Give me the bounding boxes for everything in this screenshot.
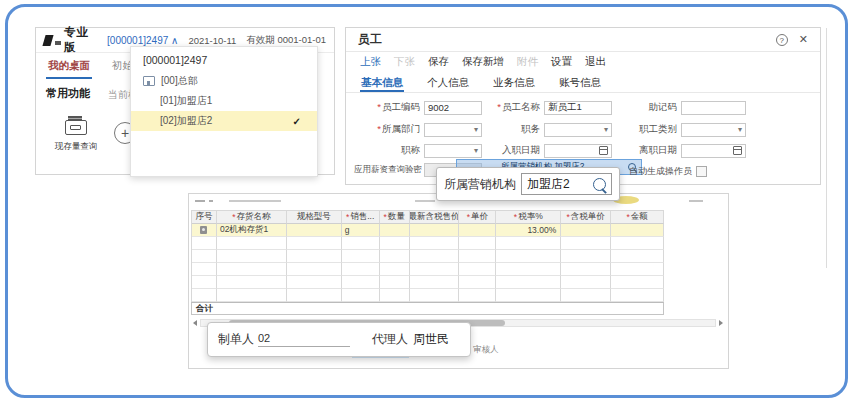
org-item-label: [01]加盟店1 <box>160 94 212 108</box>
next-record-button: 下张 <box>394 55 415 69</box>
toolbar-fragment <box>229 200 281 202</box>
login-date: 2021-10-11 <box>188 35 236 46</box>
employee-toolbar: 上张 下张 保存 保存新增 附件 设置 退出 <box>360 55 606 69</box>
table-row[interactable] <box>191 276 664 289</box>
col-latest-price: 最新含税售价 <box>410 210 460 224</box>
emp-name-input[interactable]: 新员工1 <box>544 101 612 115</box>
cell-tax-rate: 13.00% <box>496 224 561 237</box>
org-item-store1[interactable]: [01]加盟店1 <box>131 91 317 111</box>
hire-date-input[interactable] <box>544 144 612 158</box>
auto-operator-checkbox[interactable] <box>696 166 707 177</box>
org-item-label: [02]加盟店2 <box>160 114 212 128</box>
stock-query-shortcut[interactable]: 现存量查询 <box>48 114 104 153</box>
org-item-store2[interactable]: [02]加盟店2 ✓ <box>131 111 317 131</box>
auto-operator-field: 自动生成操作员 <box>629 165 707 178</box>
org-dropdown-header: [000001]2497 <box>131 47 317 71</box>
marketing-org-label: 所属营销机构 <box>444 176 516 193</box>
check-icon: ✓ <box>293 116 301 127</box>
cell-sales: g <box>342 224 380 237</box>
category-select[interactable]: ▾ <box>681 123 746 137</box>
tab-business-info[interactable]: 业务信息 <box>492 74 536 92</box>
help-icon[interactable]: ? <box>776 34 788 46</box>
attachment-button: 附件 <box>517 55 538 69</box>
org-item-headquarters[interactable]: [00]总部 <box>131 71 317 91</box>
table-row[interactable] <box>191 263 664 276</box>
save-new-button[interactable]: 保存新增 <box>462 55 504 69</box>
leave-date-input[interactable] <box>681 144 746 158</box>
row-marker-icon <box>200 226 207 234</box>
stock-query-label: 现存量查询 <box>48 141 104 153</box>
logo-dots-icon <box>55 41 61 45</box>
auditor-field: 审核人 <box>473 344 499 356</box>
chevron-down-icon: ▾ <box>738 126 742 134</box>
toolbar-fragment <box>689 200 703 202</box>
search-icon[interactable] <box>593 178 606 191</box>
col-inventory-name: *存货名称 <box>217 210 287 224</box>
background-window-edge <box>826 28 827 268</box>
creator-label: 制单人 <box>218 331 254 348</box>
emp-name-label: *员工名称 <box>474 101 544 114</box>
employee-titlebar: 员工 ? ✕ <box>346 28 820 52</box>
duty-select[interactable]: ▾ <box>544 123 612 137</box>
job-title-label: 职称 <box>354 144 424 157</box>
category-label: 职工类别 <box>611 123 681 136</box>
table-row[interactable] <box>191 237 664 250</box>
col-unit-price: *单价 <box>459 210 496 224</box>
creator-zoom-popup: 制单人 02 代理人 周世民 <box>207 322 471 357</box>
agent-value: 周世民 <box>413 331 449 348</box>
building-icon <box>143 76 155 86</box>
calendar-icon <box>599 146 608 155</box>
window-title: 员工 <box>358 31 382 48</box>
logo-mark-icon <box>42 35 53 46</box>
marketing-org-zoom-popup: 所属营销机构 加盟店2 <box>436 167 620 201</box>
logo-edition-label: 专业版 <box>64 25 97 55</box>
account-number: [000001]2497 <box>107 35 168 46</box>
employee-tabbar: 基本信息 个人信息 业务信息 账号信息 <box>346 74 820 93</box>
org-dropdown-panel: [000001]2497 [00]总部 [01]加盟店1 [02]加盟店2 ✓ <box>130 46 318 177</box>
duty-label: 职务 <box>474 123 544 136</box>
save-button[interactable]: 保存 <box>428 55 449 69</box>
toolbar-fragment <box>415 200 435 202</box>
col-quantity: *数量 <box>380 210 410 224</box>
cell-inventory-name: 02机构存货1 <box>217 224 287 237</box>
stock-drawer-icon <box>65 120 87 135</box>
chevron-down-icon: ▾ <box>604 126 608 134</box>
hire-date-label: 入职日期 <box>474 144 544 157</box>
department-label: *所属部门 <box>354 123 424 136</box>
employee-window: 员工 ? ✕ 上张 下张 保存 保存新增 附件 设置 退出 基本信息 个人信息 … <box>345 27 821 185</box>
calendar-icon <box>733 146 742 155</box>
settings-button[interactable]: 设置 <box>551 55 572 69</box>
tab-personal-info[interactable]: 个人信息 <box>426 74 470 92</box>
caret-up-icon: ∧ <box>171 35 178 46</box>
scroll-right-icon[interactable] <box>719 320 723 326</box>
items-grid: 序号 *存货名称 规格型号 *销售... *数量 最新含税售价 *单价 *税率%… <box>191 210 664 315</box>
close-icon[interactable]: ✕ <box>799 33 808 46</box>
table-row[interactable]: 02机构存货1 g 13.00% <box>191 224 664 237</box>
agent-label: 代理人 <box>372 331 408 348</box>
total-label: 合计 <box>196 303 213 315</box>
marketing-org-input[interactable]: 加盟店2 <box>521 173 612 195</box>
leave-date-label: 离职日期 <box>611 144 681 157</box>
col-seq: 序号 <box>192 210 217 224</box>
col-tax-rate: *税率% <box>496 210 561 224</box>
auto-operator-label: 自动生成操作员 <box>629 165 692 178</box>
mnemonic-label: 助记码 <box>611 101 681 114</box>
tab-basic-info[interactable]: 基本信息 <box>360 74 404 92</box>
total-row: 合计 <box>191 302 664 315</box>
col-spec-model: 规格型号 <box>287 210 342 224</box>
tab-account-info[interactable]: 账号信息 <box>558 74 602 92</box>
emp-code-label: *员工编码 <box>354 101 424 114</box>
mnemonic-input[interactable] <box>681 101 746 115</box>
table-row[interactable] <box>191 250 664 263</box>
table-row[interactable] <box>191 289 664 302</box>
col-taxed-unit-price: *含税单价 <box>561 210 611 224</box>
scroll-left-icon[interactable] <box>193 320 197 326</box>
toolbar-fragment <box>209 200 213 202</box>
prev-record-button[interactable]: 上张 <box>360 55 381 69</box>
account-switcher[interactable]: [000001]2497 ∧ <box>107 35 178 46</box>
tab-my-desktop[interactable]: 我的桌面 <box>46 55 92 79</box>
common-functions-title: 常用功能 <box>46 86 90 101</box>
col-sales: *销售... <box>342 210 380 224</box>
toolbar-fragment <box>195 200 205 202</box>
exit-button[interactable]: 退出 <box>585 55 606 69</box>
